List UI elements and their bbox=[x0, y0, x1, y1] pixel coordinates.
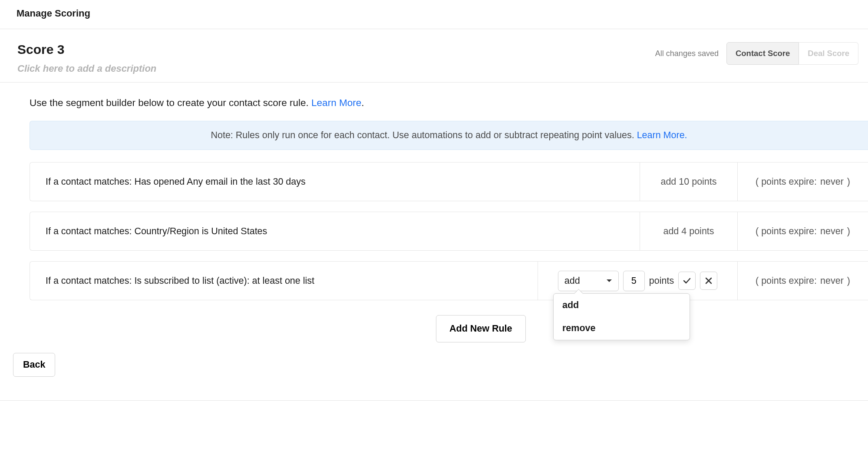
main-content: Use the segment builder below to create … bbox=[0, 83, 868, 342]
rule-condition[interactable]: If a contact matches: Country/Region is … bbox=[30, 212, 640, 250]
add-rule-row: Add New Rule bbox=[30, 315, 868, 342]
expire-suffix: ) bbox=[847, 176, 850, 187]
topbar: Manage Scoring bbox=[0, 0, 868, 29]
score-header-right: All changes saved Contact Score Deal Sco… bbox=[655, 42, 858, 65]
intro-period: . bbox=[361, 97, 364, 108]
rule-row: If a contact matches: Is subscribed to l… bbox=[30, 261, 868, 300]
bottom-divider bbox=[0, 400, 868, 401]
operation-dropdown[interactable]: add bbox=[558, 271, 619, 291]
rule-prefix: If a contact matches: bbox=[46, 226, 132, 237]
note-text: Note: Rules only run once for each conta… bbox=[211, 130, 637, 140]
expire-suffix: ) bbox=[847, 276, 850, 286]
cancel-button[interactable] bbox=[700, 272, 717, 290]
caret-down-icon bbox=[606, 279, 612, 283]
page-title: Manage Scoring bbox=[17, 8, 851, 19]
rule-condition[interactable]: If a contact matches: Has opened Any ema… bbox=[30, 163, 640, 201]
points-input[interactable] bbox=[623, 271, 645, 291]
rule-condition[interactable]: If a contact matches: Is subscribed to l… bbox=[30, 262, 538, 300]
expire-suffix: ) bbox=[847, 226, 850, 237]
score-description-placeholder[interactable]: Click here to add a description bbox=[17, 63, 156, 74]
rule-condition-value: Country/Region is United States bbox=[134, 226, 267, 237]
rule-prefix: If a contact matches: bbox=[46, 276, 132, 286]
points-label: points bbox=[649, 276, 674, 286]
tab-deal-score[interactable]: Deal Score bbox=[799, 42, 858, 65]
expire-prefix: ( points expire: bbox=[756, 176, 817, 187]
rule-expire[interactable]: ( points expire: never ) bbox=[738, 262, 868, 300]
dropdown-option-add[interactable]: add bbox=[554, 294, 690, 317]
rule-row: If a contact matches: Has opened Any ema… bbox=[30, 162, 868, 201]
intro-before: Use the segment builder below to create … bbox=[30, 97, 311, 108]
rule-points[interactable]: add 10 points bbox=[640, 163, 738, 201]
note-learn-more-link[interactable]: Learn More. bbox=[637, 130, 687, 140]
expire-prefix: ( points expire: bbox=[756, 226, 817, 237]
dropdown-option-remove[interactable]: remove bbox=[554, 317, 690, 340]
expire-value: never bbox=[820, 226, 844, 237]
learn-more-link[interactable]: Learn More bbox=[311, 97, 361, 108]
check-icon bbox=[683, 278, 691, 284]
intro-text: Use the segment builder below to create … bbox=[30, 97, 868, 109]
rule-condition-value: Is subscribed to list (active): at least… bbox=[134, 276, 314, 286]
header-row: Score 3 Click here to add a description … bbox=[0, 29, 868, 74]
note-banner: Note: Rules only run once for each conta… bbox=[30, 121, 868, 150]
rule-expire[interactable]: ( points expire: never ) bbox=[738, 212, 868, 250]
operation-dropdown-menu: add remove bbox=[553, 293, 690, 340]
confirm-button[interactable] bbox=[678, 272, 696, 290]
expire-prefix: ( points expire: bbox=[756, 276, 817, 286]
expire-value: never bbox=[820, 176, 844, 187]
rule-points-editor: add points ad bbox=[538, 262, 738, 300]
close-icon bbox=[705, 277, 712, 284]
rule-prefix: If a contact matches: bbox=[46, 176, 132, 187]
tab-contact-score[interactable]: Contact Score bbox=[726, 42, 799, 65]
operation-value: add bbox=[564, 276, 580, 286]
rules-list: If a contact matches: Has opened Any ema… bbox=[30, 162, 868, 300]
add-new-rule-button[interactable]: Add New Rule bbox=[436, 315, 526, 342]
footer: Back bbox=[0, 342, 868, 394]
score-header-left: Score 3 Click here to add a description bbox=[17, 42, 156, 74]
rule-points[interactable]: add 4 points bbox=[640, 212, 738, 250]
expire-value: never bbox=[820, 276, 844, 286]
score-name[interactable]: Score 3 bbox=[17, 42, 156, 57]
rule-row: If a contact matches: Country/Region is … bbox=[30, 212, 868, 251]
saved-status: All changes saved bbox=[655, 49, 719, 58]
score-type-tabs: Contact Score Deal Score bbox=[726, 42, 858, 65]
rule-expire[interactable]: ( points expire: never ) bbox=[738, 163, 868, 201]
rule-condition-value: Has opened Any email in the last 30 days bbox=[134, 176, 305, 187]
back-button[interactable]: Back bbox=[13, 353, 55, 377]
